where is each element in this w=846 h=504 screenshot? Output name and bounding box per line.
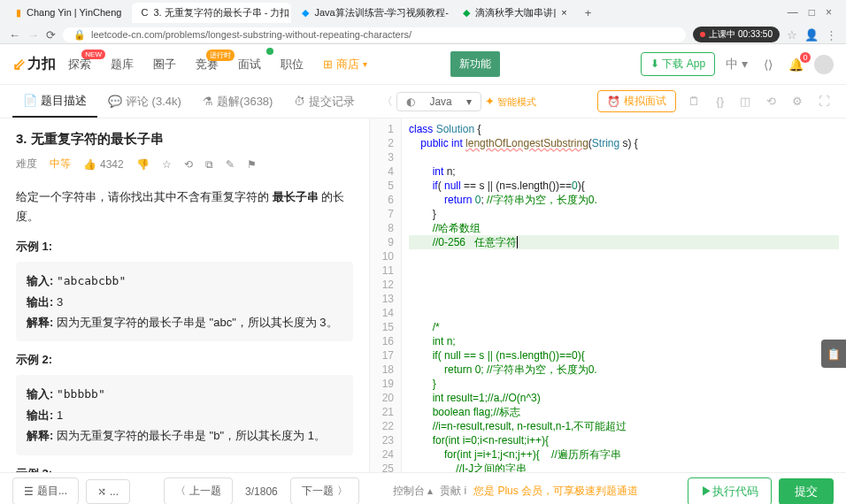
nav-store[interactable]: ⊞商店▾ bbox=[316, 53, 374, 76]
logo[interactable]: ⇙力扣 bbox=[12, 55, 56, 74]
auto-icon[interactable]: ✦ 智能模式 bbox=[481, 93, 541, 111]
nav-contest[interactable]: 竞赛进行时 bbox=[188, 53, 226, 76]
description-panel: 3. 无重复字符的最长子串 难度 中等 👍 4342 👎 ☆ ⟲ ⧉ ✎ ⚑ 给… bbox=[0, 118, 370, 472]
browser-tab[interactable]: ▮Chang Yin | YinCheng bbox=[7, 4, 130, 22]
bell-icon[interactable]: 🔔0 bbox=[783, 54, 809, 75]
run-code-button[interactable]: ▶执行代码 bbox=[688, 477, 772, 505]
favorite-icon[interactable]: ☆ bbox=[162, 158, 172, 171]
difficulty-value: 中等 bbox=[50, 157, 71, 172]
example-title: 示例 2: bbox=[16, 352, 353, 368]
footer-bar: ☰ 题目... ⤭ ... 〈 上一题 3/1806 下一题 〉 控制台 ▴ 贡… bbox=[0, 472, 846, 504]
nav-circle[interactable]: 圈子 bbox=[146, 53, 183, 76]
mock-interview-button[interactable]: ⏰ 模拟面试 bbox=[597, 90, 676, 112]
minimize-icon[interactable]: — bbox=[788, 6, 798, 19]
tab-description[interactable]: 📄 题目描述 bbox=[12, 86, 97, 118]
top-navigation: ⇙力扣 探索NEW 题库 圈子 竞赛进行时 面试 职位 ⊞商店▾ 新功能 ⬇ 下… bbox=[0, 44, 846, 85]
example-box: 输入: "bbbbb"输出: 1解释: 因为无重复字符的最长子串是 "b"，所以… bbox=[16, 375, 353, 454]
braces-icon[interactable]: {} bbox=[712, 93, 727, 110]
plus-message: 您是 Plus 会员，可享极速判题通道 bbox=[473, 484, 638, 499]
settings-icon[interactable]: ⚙ bbox=[788, 93, 806, 110]
browser-chrome: ▮Chang Yin | YinCheng C3. 无重复字符的最长子串 - 力… bbox=[0, 0, 846, 44]
lock-icon: 🔒 bbox=[73, 29, 86, 41]
copy-icon[interactable]: ⧉ bbox=[205, 158, 213, 171]
example-title: 示例 3: bbox=[16, 466, 353, 472]
example-box: 输入: "abcabcbb"输出: 3解释: 因为无重复字符的最长子串是 "ab… bbox=[16, 262, 353, 341]
fullscreen-icon[interactable]: ⛶ bbox=[815, 93, 834, 110]
feedback-icon[interactable]: ✎ bbox=[226, 158, 235, 171]
example-title: 示例 1: bbox=[16, 239, 353, 255]
bookmark-icon[interactable]: ◫ bbox=[736, 93, 754, 110]
download-app-button[interactable]: ⬇ 下载 App bbox=[641, 52, 715, 76]
nav-interview[interactable]: 面试 bbox=[231, 53, 268, 76]
submit-button[interactable]: 提交 bbox=[779, 478, 834, 505]
page-indicator: 3/1806 bbox=[240, 485, 283, 498]
tab-solutions[interactable]: ⚗ 题解(3638) bbox=[192, 87, 284, 117]
problem-list-button[interactable]: ☰ 题目... bbox=[12, 477, 79, 504]
forward-icon: → bbox=[27, 28, 39, 42]
prev-problem-button[interactable]: 〈 上一题 bbox=[164, 477, 233, 504]
console-link[interactable]: 控制台 ▴ bbox=[393, 484, 433, 499]
reset-icon[interactable]: ⟲ bbox=[763, 93, 780, 110]
recording-indicator[interactable]: 上课中 00:33:50 bbox=[693, 27, 780, 42]
contribute-link[interactable]: 贡献 i bbox=[440, 484, 466, 499]
line-gutter: 1234567891011121314151617181920212223242… bbox=[370, 118, 402, 472]
nav-explore[interactable]: 探索NEW bbox=[61, 53, 98, 76]
menu-icon[interactable]: ⋮ bbox=[826, 28, 837, 42]
address-bar[interactable]: 🔒leetcode-cn.com/problems/longest-substr… bbox=[63, 27, 686, 42]
browser-tab-active[interactable]: C3. 无重复字符的最长子串 - 力扣× bbox=[132, 3, 291, 23]
tab-submissions[interactable]: ⏱ 提交记录 bbox=[283, 87, 365, 117]
flag-icon[interactable]: ⚑ bbox=[247, 158, 257, 171]
note-icon[interactable]: 🗒 bbox=[685, 93, 704, 110]
next-problem-button[interactable]: 下一题 〉 bbox=[290, 477, 359, 504]
close-window-icon[interactable]: × bbox=[826, 6, 832, 19]
side-clipboard-icon[interactable]: 📋 bbox=[821, 340, 846, 368]
new-feature-badge[interactable]: 新功能 bbox=[450, 51, 500, 77]
shuffle-button[interactable]: ⤭ ... bbox=[86, 479, 130, 504]
language-select[interactable]: ◐Java▾ bbox=[396, 92, 481, 111]
tab-comments[interactable]: 💬 评论 (3.4k) bbox=[97, 87, 192, 117]
star-icon[interactable]: ☆ bbox=[787, 28, 797, 42]
dislike-button[interactable]: 👎 bbox=[136, 158, 150, 171]
back-icon[interactable]: ← bbox=[9, 28, 20, 42]
browser-tab[interactable]: ◆Java算法训练营-学习视频教程-× bbox=[293, 3, 452, 23]
problem-tabs: 📄 题目描述 💬 评论 (3.4k) ⚗ 题解(3638) ⏱ 提交记录 〈 ◐… bbox=[0, 85, 846, 118]
problem-description: 给定一个字符串，请你找出其中不含有重复字符的 最长子串 的长度。 bbox=[16, 187, 353, 226]
like-button[interactable]: 👍 4342 bbox=[83, 158, 124, 171]
lang-switch[interactable]: 中 ▾ bbox=[720, 53, 753, 76]
new-tab-button[interactable]: + bbox=[578, 6, 599, 19]
maximize-icon[interactable]: □ bbox=[809, 6, 815, 19]
playground-icon[interactable]: ⟨⟩ bbox=[758, 54, 778, 75]
nav-problems[interactable]: 题库 bbox=[104, 53, 141, 76]
reload-icon[interactable]: ⟳ bbox=[46, 28, 56, 42]
share-icon[interactable]: ⟲ bbox=[184, 158, 193, 171]
code-editor[interactable]: 1234567891011121314151617181920212223242… bbox=[370, 118, 846, 472]
nav-jobs[interactable]: 职位 bbox=[273, 53, 311, 76]
difficulty-label: 难度 bbox=[16, 157, 37, 172]
browser-tab[interactable]: ◆滴滴秋季大咖串讲|× bbox=[454, 3, 575, 23]
code-area[interactable]: class Solution { public int lengthOfLong… bbox=[402, 118, 846, 472]
avatar[interactable] bbox=[814, 55, 834, 74]
problem-title: 3. 无重复字符的最长子串 bbox=[16, 131, 353, 148]
profile-icon[interactable]: 👤 bbox=[804, 28, 819, 42]
prev-arrow-icon[interactable]: 〈 bbox=[378, 92, 396, 111]
